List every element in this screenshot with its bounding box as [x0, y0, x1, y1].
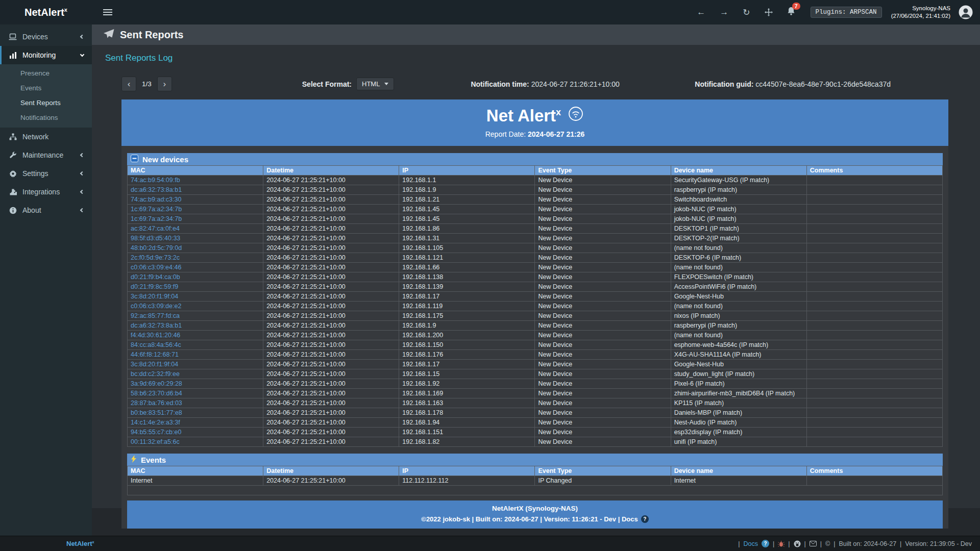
sidebar-item-settings[interactable]: Settings — [0, 164, 92, 183]
mac-link[interactable]: 3a:9d:69:e0:29:28 — [131, 380, 182, 387]
prev-page-button[interactable]: ‹ — [121, 77, 136, 91]
table-row: 98:5f:d3:d5:40:332024-06-27 21:25:21+10:… — [128, 234, 943, 243]
mac-link[interactable]: ac:82:47:ca:0f:e4 — [131, 225, 180, 232]
mac-link[interactable]: b0:be:83:51:77:e8 — [131, 409, 182, 416]
content: Sent Reports Log ‹ 1/3 › Select Format: … — [92, 45, 980, 508]
netalertx-logo-icon — [568, 106, 583, 126]
sent-reports-log-link[interactable]: Sent Reports Log — [105, 53, 173, 63]
cell: 2024-06-27 21:25:21+10:00 — [263, 234, 399, 243]
docs-question-icon[interactable]: ? — [641, 515, 649, 523]
cell: 74:ac:b9:54:09:fb — [128, 176, 263, 185]
cell: Google-Nest-Hub — [671, 360, 806, 369]
cell: 192.168.1.86 — [399, 224, 535, 234]
table-row: Internet2024-06-27 21:25:21+10:00112.112… — [128, 476, 943, 486]
back-icon[interactable]: ← — [697, 7, 705, 17]
notification-guid-value: cc44507e-8ea6-48e7-90c1-26de548ca37d — [755, 80, 891, 88]
cell: 84:cc:a8:4a:56:4c — [128, 340, 263, 350]
mail-icon[interactable] — [810, 541, 817, 546]
sidebar-item-sent-reports[interactable]: Sent Reports — [0, 95, 92, 110]
cell: nixos (IP match) — [671, 311, 806, 321]
refresh-icon[interactable]: ↻ — [743, 7, 750, 18]
cell: FLEXPOESwitch (IP match) — [671, 272, 806, 282]
forward-icon[interactable]: → — [720, 7, 728, 17]
app-logo[interactable]: NetAlertx — [0, 7, 92, 18]
footer-brand[interactable]: NetAlertx — [66, 540, 94, 547]
mac-link[interactable]: bc:dd:c2:32:f9:ee — [131, 370, 180, 378]
cell: New Device — [535, 302, 671, 311]
chart-icon — [8, 52, 17, 59]
mac-link[interactable]: 14:c1:4e:2e:a3:3f — [131, 419, 180, 426]
sidebar-item-devices[interactable]: Devices — [0, 28, 92, 46]
cell — [806, 263, 942, 272]
cell: New Device — [535, 263, 671, 272]
sidebar-item-maintenance[interactable]: Maintenance — [0, 146, 92, 164]
mac-link[interactable]: 2c:f0:5d:9e:73:2c — [131, 254, 180, 261]
cell: 58:b6:23:70:d6:b4 — [128, 389, 263, 398]
cell: 192.168.1.66 — [399, 263, 535, 272]
sidebar-item-label: Integrations — [22, 188, 76, 196]
cell: New Device — [535, 311, 671, 321]
sidebar-item-integrations[interactable]: Integrations — [0, 183, 92, 201]
cell: dc:a6:32:73:8a:b1 — [128, 321, 263, 331]
mac-link[interactable]: 44:6f:f8:12:68:71 — [131, 351, 179, 358]
notification-time-value: 2024-06-27 21:26:21+10:00 — [531, 80, 620, 88]
mac-link[interactable]: 3c:8d:20:f1:9f:04 — [131, 293, 178, 300]
cell: 2024-06-27 21:25:21+10:00 — [263, 418, 399, 428]
sidebar-item-monitoring[interactable]: Monitoring — [0, 46, 92, 64]
main-area: Sent Reports Sent Reports Log ‹ 1/3 › Se… — [92, 24, 980, 536]
mac-link[interactable]: dc:a6:32:73:8a:b1 — [131, 186, 182, 193]
mac-link[interactable]: 74:ac:b9:ad:c3:30 — [131, 196, 181, 203]
cell — [806, 302, 942, 311]
docs-link[interactable]: Docs — [744, 540, 758, 547]
mac-link[interactable]: 3c:8d:20:f1:9f:04 — [131, 361, 178, 368]
table-row: ac:82:47:ca:0f:e42024-06-27 21:25:21+10:… — [128, 224, 943, 234]
cell — [806, 331, 942, 340]
sidebar-item-network[interactable]: Network — [0, 128, 92, 146]
cell: 192.168.1.119 — [399, 302, 535, 311]
mac-link[interactable]: 84:cc:a8:4a:56:4c — [131, 341, 181, 348]
cell: Pixel-6 (IP match) — [671, 379, 806, 389]
cell: 192.168.1.15 — [399, 369, 535, 379]
notification-count-badge: 7 — [792, 3, 800, 10]
cell — [806, 282, 942, 292]
mac-link[interactable]: 00:11:32:ef:a5:6c — [131, 438, 180, 445]
github-icon[interactable] — [794, 540, 801, 547]
mac-link[interactable]: 48:b0:2d:5c:79:0d — [131, 244, 182, 252]
sidebar-item-presence[interactable]: Presence — [0, 66, 92, 81]
mac-link[interactable]: d0:21:f9:8c:59:f9 — [131, 283, 178, 290]
cell: DESKTOP-2(IP match) — [671, 234, 806, 243]
mac-link[interactable]: 1c:69:7a:a2:34:7b — [131, 206, 182, 213]
sidebar-toggle-button[interactable] — [100, 6, 115, 19]
notifications-bell-icon[interactable]: 7 — [787, 7, 795, 18]
report-preview: Net Alertx Report Date: 2024-06-27 21:26 — [121, 99, 948, 529]
mac-link[interactable]: 58:b6:23:70:d6:b4 — [131, 390, 182, 397]
cell: 3c:8d:20:f1:9f:04 — [128, 360, 263, 369]
sidebar-item-about[interactable]: About — [0, 201, 92, 219]
cell: 2024-06-27 21:25:21+10:00 — [263, 176, 399, 185]
mac-link[interactable]: c0:06:c3:09:e4:46 — [131, 264, 181, 271]
next-page-button[interactable]: › — [157, 77, 172, 91]
mac-link[interactable]: 98:5f:d3:d5:40:33 — [131, 235, 180, 242]
mac-link[interactable]: c0:06:c3:09:de:e2 — [131, 303, 181, 310]
bug-report-icon[interactable] — [778, 540, 785, 547]
mac-link[interactable]: 92:ac:85:77:fd:ca — [131, 312, 180, 319]
mac-link[interactable]: f4:4d:30:61:20:46 — [131, 332, 180, 339]
cell: 192.168.1.150 — [399, 340, 535, 350]
separator: | — [804, 540, 806, 547]
sidebar-item-events[interactable]: Events — [0, 81, 92, 95]
cell: jokob-NUC (IP match) — [671, 205, 806, 214]
mac-link[interactable]: 28:87:ba:76:ed:03 — [131, 399, 182, 407]
format-select[interactable]: HTML — [356, 78, 394, 90]
cell: 2024-06-27 21:25:21+10:00 — [263, 205, 399, 214]
move-icon[interactable] — [765, 8, 773, 16]
help-question-icon[interactable]: ? — [762, 540, 769, 547]
mac-link[interactable]: 1c:69:7a:a2:34:7b — [131, 215, 182, 222]
mac-link[interactable]: d0:21:f9:b4:ca:0b — [131, 273, 180, 281]
mac-link[interactable]: 74:ac:b9:54:09:fb — [131, 177, 180, 184]
sidebar-item-notifications[interactable]: Notifications — [0, 110, 92, 125]
mac-link[interactable]: 94:b5:55:c7:cb:e0 — [131, 429, 181, 436]
user-avatar[interactable] — [959, 5, 973, 19]
cell: New Device — [535, 340, 671, 350]
mac-link[interactable]: dc:a6:32:73:8a:b1 — [131, 322, 182, 329]
table-row: 74:ac:b9:54:09:fb2024-06-27 21:25:21+10:… — [128, 176, 943, 185]
